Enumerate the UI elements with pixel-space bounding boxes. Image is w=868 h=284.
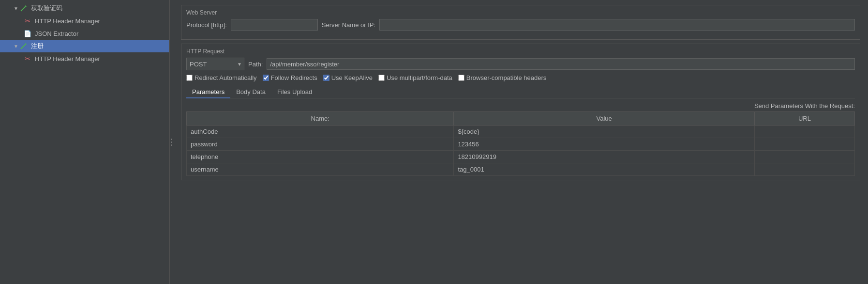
sidebar: ▼ 获取验证码 ✂ HTTP Header Manager 📄 JSON Ext… xyxy=(0,0,169,284)
tab-parameters[interactable]: Parameters xyxy=(186,86,230,98)
checkbox-browser-compat[interactable]: Browser-compatible headers xyxy=(458,74,546,81)
checkbox-follow-redirects[interactable]: Follow Redirects xyxy=(263,74,317,81)
drag-dots xyxy=(171,139,172,146)
tree-arrow-zhuce: ▼ xyxy=(14,44,18,49)
sidebar-item-http-header-2[interactable]: ✂ HTTP Header Manager xyxy=(0,52,169,65)
params-table: Name: Value URL authCode ${code} passwor… xyxy=(186,111,855,176)
checkbox-keepalive[interactable]: Use KeepAlive xyxy=(323,74,373,81)
checkbox-multipart[interactable]: Use multipart/form-data xyxy=(378,74,452,81)
checkbox-keepalive-input[interactable] xyxy=(323,75,329,81)
cell-value: 18210992919 xyxy=(454,151,754,163)
cell-name: authCode xyxy=(187,126,454,138)
col-header-url: URL xyxy=(754,112,854,126)
checkbox-redirect-auto-input[interactable] xyxy=(186,75,193,81)
checkbox-browser-compat-label: Browser-compatible headers xyxy=(466,74,546,81)
col-header-name: Name: xyxy=(187,112,454,126)
checkbox-follow-redirects-input[interactable] xyxy=(263,75,269,81)
sidebar-item-label-huoqu: 获取验证码 xyxy=(31,4,62,13)
cell-value: ${code} xyxy=(454,126,754,138)
cell-url xyxy=(754,163,854,176)
sidebar-item-label-json-extractor: JSON Extractor xyxy=(35,30,78,37)
cell-name: telephone xyxy=(187,151,454,163)
cell-value: 123456 xyxy=(454,138,754,151)
web-server-row: Protocol [http]: Server Name or IP: xyxy=(186,19,855,31)
method-select[interactable]: POST GET PUT DELETE PATCH HEAD OPTIONS xyxy=(187,58,244,70)
drag-handle[interactable] xyxy=(169,0,173,284)
script-icon-huoqu xyxy=(19,4,28,13)
sidebar-item-label-http-header-2: HTTP Header Manager xyxy=(35,55,100,63)
checkbox-redirect-auto[interactable]: Redirect Automatically xyxy=(186,74,257,81)
json-icon: 📄 xyxy=(23,29,32,38)
protocol-input[interactable] xyxy=(231,19,318,31)
web-server-section: Web Server Protocol [http]: Server Name … xyxy=(181,5,860,40)
checkbox-multipart-label: Use multipart/form-data xyxy=(387,74,452,81)
http-request-title: HTTP Request xyxy=(186,48,855,55)
tree-arrow-huoqu: ▼ xyxy=(14,6,18,11)
drag-dot-3 xyxy=(171,144,172,146)
cell-value: tag_0001 xyxy=(454,163,754,176)
sidebar-item-label-zhuce: 注册 xyxy=(31,42,44,50)
cell-url xyxy=(754,138,854,151)
sidebar-item-zhuce[interactable]: ▼ 注册 xyxy=(0,40,169,52)
web-server-title: Web Server xyxy=(186,9,855,16)
server-label: Server Name or IP: xyxy=(322,21,375,29)
method-select-wrap[interactable]: POST GET PUT DELETE PATCH HEAD OPTIONS ▼ xyxy=(186,58,244,70)
drag-dot-2 xyxy=(171,142,172,143)
checkbox-row: Redirect Automatically Follow Redirects … xyxy=(186,74,855,81)
table-row[interactable]: telephone 18210992919 xyxy=(187,151,855,163)
wrench-icon-2: ✂ xyxy=(23,54,32,63)
server-input[interactable] xyxy=(379,19,855,31)
checkbox-follow-redirects-label: Follow Redirects xyxy=(271,74,317,81)
method-path-row: POST GET PUT DELETE PATCH HEAD OPTIONS ▼… xyxy=(186,58,855,70)
tabs: Parameters Body Data Files Upload xyxy=(186,86,855,98)
checkbox-keepalive-label: Use KeepAlive xyxy=(331,74,373,81)
table-row[interactable]: authCode ${code} xyxy=(187,126,855,138)
tab-files-upload[interactable]: Files Upload xyxy=(271,86,318,98)
checkbox-redirect-auto-label: Redirect Automatically xyxy=(195,74,257,81)
main-content: Web Server Protocol [http]: Server Name … xyxy=(173,0,868,284)
path-input[interactable] xyxy=(267,58,855,70)
cell-url xyxy=(754,126,854,138)
table-row[interactable]: username tag_0001 xyxy=(187,163,855,176)
wrench-icon-1: ✂ xyxy=(23,16,32,25)
sidebar-item-json-extractor[interactable]: 📄 JSON Extractor xyxy=(0,27,169,40)
protocol-label: Protocol [http]: xyxy=(186,21,227,29)
send-params-label: Send Parameters With the Request: xyxy=(186,102,855,110)
sidebar-item-huoqu[interactable]: ▼ 获取验证码 xyxy=(0,2,169,15)
sidebar-item-label-http-header-1: HTTP Header Manager xyxy=(35,17,100,25)
cell-url xyxy=(754,151,854,163)
drag-dot-1 xyxy=(171,139,172,140)
table-row[interactable]: password 123456 xyxy=(187,138,855,151)
col-header-value: Value xyxy=(454,112,754,126)
http-request-section: HTTP Request POST GET PUT DELETE PATCH H… xyxy=(181,44,860,180)
path-label: Path: xyxy=(248,61,263,68)
cell-name: password xyxy=(187,138,454,151)
script-icon-zhuce xyxy=(19,42,28,50)
sidebar-item-http-header-1[interactable]: ✂ HTTP Header Manager xyxy=(0,15,169,27)
tab-body-data[interactable]: Body Data xyxy=(230,86,271,98)
checkbox-multipart-input[interactable] xyxy=(378,75,385,81)
checkbox-browser-compat-input[interactable] xyxy=(458,75,464,81)
cell-name: username xyxy=(187,163,454,176)
